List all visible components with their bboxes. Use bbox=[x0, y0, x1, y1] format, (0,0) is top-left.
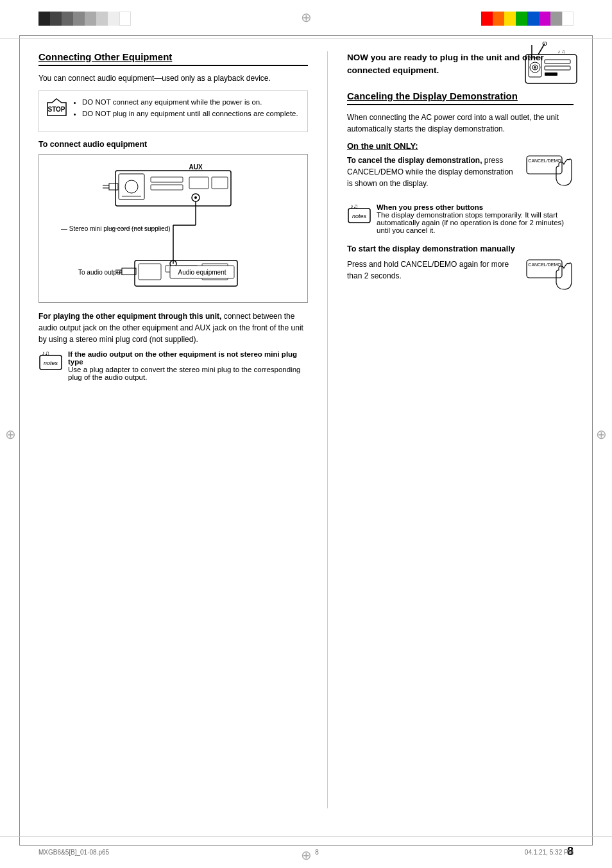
color-bar bbox=[96, 12, 108, 26]
cancel-bold: To cancel the display demonstration, bbox=[347, 156, 482, 165]
svg-rect-14 bbox=[115, 171, 231, 206]
warning-list: DO NOT connect any equipment while the p… bbox=[74, 96, 298, 120]
color-bar-gray bbox=[550, 12, 562, 26]
svg-rect-34 bbox=[139, 264, 161, 280]
svg-text:Audio equipment: Audio equipment bbox=[178, 269, 226, 276]
top-registration-bar: ⊕ bbox=[0, 0, 612, 38]
section-title: Connecting Other Equipment bbox=[38, 51, 172, 62]
footer-bar: MXGB6&5[B]_01-08.p65 8 04.1.21, 5:32 PM bbox=[0, 836, 612, 868]
svg-rect-19 bbox=[151, 185, 183, 190]
svg-text:notes: notes bbox=[352, 213, 367, 219]
svg-text:notes: notes bbox=[44, 360, 58, 366]
color-bar-white bbox=[562, 12, 574, 26]
notes-body: Use a plug adapter to convert the stereo… bbox=[68, 366, 300, 381]
connection-diagram: AUX — Stereo mini plug cord (not supplie… bbox=[38, 154, 308, 303]
right-column: NOW you are ready to plug in the unit an… bbox=[347, 51, 574, 808]
svg-rect-25 bbox=[109, 183, 118, 190]
color-bar bbox=[119, 12, 131, 26]
svg-rect-37 bbox=[122, 268, 136, 275]
sub-heading-connect: To connect audio equipment bbox=[38, 140, 308, 149]
svg-text:♪ ♫: ♪ ♫ bbox=[557, 49, 565, 55]
svg-rect-21 bbox=[212, 177, 228, 189]
notes-when-bold: When you press other buttons bbox=[377, 203, 483, 211]
notes-text-container-2: When you press other buttons The display… bbox=[377, 203, 574, 234]
footer-filename: MXGB6&5[B]_01-08.p65 bbox=[38, 849, 109, 856]
notes-when-body: The display demonstration stops temporar… bbox=[377, 211, 564, 234]
start-demo-section: To start the display demonstration manua… bbox=[347, 244, 574, 296]
stop-warning-icon: STOP bbox=[46, 98, 68, 126]
svg-text:AUX: AUX bbox=[189, 164, 202, 171]
svg-point-23 bbox=[194, 196, 197, 199]
cancel-bold-text: To cancel the display demonstration, pre… bbox=[347, 155, 519, 189]
crosshair-top: ⊕ bbox=[301, 10, 312, 25]
svg-text:STOP: STOP bbox=[47, 106, 65, 113]
svg-text:♪♫: ♪♫ bbox=[350, 203, 359, 210]
cancel-demo-row: To cancel the display demonstration, pre… bbox=[347, 155, 574, 196]
notes-text-container: If the audio output on the other equipme… bbox=[68, 350, 308, 381]
svg-rect-20 bbox=[189, 177, 208, 189]
notes-icon: notes ♪♫ bbox=[38, 350, 63, 375]
cancel-demo-text: To cancel the display demonstration, pre… bbox=[347, 155, 519, 196]
footer-page: 8 bbox=[315, 849, 319, 856]
color-bar bbox=[108, 12, 119, 26]
color-bar-blue bbox=[527, 12, 539, 26]
color-bar-magenta bbox=[539, 12, 550, 26]
start-demo-text: Press and hold CANCEL/DEMO again for mor… bbox=[347, 259, 519, 282]
svg-rect-6 bbox=[545, 72, 557, 76]
color-bar bbox=[73, 12, 85, 26]
crosshair-left: ⊕ bbox=[5, 427, 16, 442]
intro-text: You can connect audio equipment—used onl… bbox=[38, 72, 308, 84]
notes-bold: If the audio output on the other equipme… bbox=[68, 350, 297, 366]
section-heading-connecting: Connecting Other Equipment bbox=[38, 51, 308, 66]
left-column: Connecting Other Equipment You can conne… bbox=[38, 51, 308, 808]
left-color-bars bbox=[38, 12, 131, 26]
color-bar bbox=[62, 12, 73, 26]
canceling-title: Canceling the Display Demonstration bbox=[347, 90, 518, 101]
svg-text:To audio output: To audio output bbox=[78, 269, 123, 276]
right-color-bars bbox=[481, 12, 574, 26]
warning-item-1: DO NOT connect any equipment while the p… bbox=[82, 96, 298, 108]
column-divider bbox=[327, 51, 328, 808]
for-playing-text: For playing the other equipment through … bbox=[38, 311, 308, 345]
section-heading-canceling: Canceling the Display Demonstration bbox=[347, 90, 574, 105]
main-content: Connecting Other Equipment You can conne… bbox=[0, 45, 612, 847]
cancel-button-image: CANCEL/DEMO bbox=[525, 155, 574, 192]
svg-point-11 bbox=[534, 66, 536, 69]
color-bar-red bbox=[481, 12, 493, 26]
svg-rect-4 bbox=[545, 60, 570, 64]
canceling-intro: When connecting the AC power cord into a… bbox=[347, 112, 574, 135]
warning-box: STOP DO NOT connect any equipment while … bbox=[38, 90, 308, 132]
crosshair-right: ⊕ bbox=[596, 427, 607, 442]
canceling-section: Canceling the Display Demonstration When… bbox=[347, 90, 574, 296]
color-bar-yellow bbox=[504, 12, 516, 26]
start-demo-heading: To start the display demonstration manua… bbox=[347, 244, 574, 253]
notes-icon-2: notes ♪♫ bbox=[347, 203, 371, 228]
svg-rect-15 bbox=[119, 174, 144, 200]
notes-box-buttons: notes ♪♫ When you press other buttons Th… bbox=[347, 203, 574, 234]
color-bar bbox=[85, 12, 96, 26]
svg-rect-5 bbox=[545, 66, 570, 70]
color-bar bbox=[38, 12, 50, 26]
start-demo-button-image: CANCEL/DEMO bbox=[525, 259, 574, 296]
svg-text:CANCEL/DEMO: CANCEL/DEMO bbox=[528, 262, 561, 267]
for-playing-bold: For playing the other equipment through … bbox=[38, 312, 221, 321]
warning-item-2: DO NOT plug in any equipment until all c… bbox=[82, 108, 298, 119]
on-unit-heading: On the unit ONLY: bbox=[347, 141, 574, 151]
notes-box-plug: notes ♪♫ If the audio output on the othe… bbox=[38, 350, 308, 381]
svg-rect-18 bbox=[151, 177, 183, 182]
footer-timestamp: 04.1.21, 5:32 PM bbox=[525, 849, 574, 856]
stereo-device-image: ♪ ♫ bbox=[522, 42, 580, 92]
color-bar-orange bbox=[493, 12, 504, 26]
start-demo-row: Press and hold CANCEL/DEMO again for mor… bbox=[347, 259, 574, 296]
color-bar bbox=[50, 12, 62, 26]
color-bar-green bbox=[516, 12, 527, 26]
svg-text:CANCEL/DEMO: CANCEL/DEMO bbox=[528, 158, 561, 163]
svg-text:— Stereo mini plug cord (not s: — Stereo mini plug cord (not supplied) bbox=[61, 225, 171, 232]
svg-point-16 bbox=[125, 180, 138, 193]
svg-text:♪♫: ♪♫ bbox=[42, 350, 50, 357]
